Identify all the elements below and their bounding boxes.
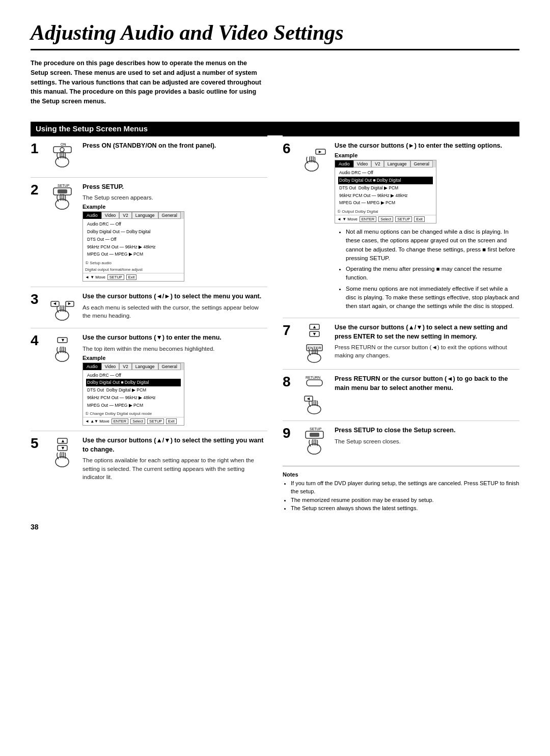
step-4: 4 ▼ Use the cursor buttons (▼) to enter … — [31, 328, 267, 431]
screen-mock-6: Audio Video V2 Language General Audio DR… — [335, 160, 436, 223]
step-6-bullets: Not all menu options can be changed whil… — [335, 228, 519, 311]
step-2-body: The Setup screen appears. — [82, 193, 267, 202]
svg-text:▼: ▼ — [61, 445, 65, 451]
step-2-content: Press SETUP. The Setup screen appears. E… — [82, 183, 267, 282]
svg-text:▲: ▲ — [312, 324, 317, 329]
step-7-content: Use the cursor buttons (▲/▼) to select a… — [335, 323, 519, 359]
step-2: 2 SETUP Press SETUP. The Setup screen ap… — [31, 178, 267, 287]
svg-text:SETUP: SETUP — [58, 184, 70, 187]
tab-general: General — [158, 212, 181, 219]
step-5-number: 5 — [31, 436, 42, 451]
notes-section: Notes If you turn off the DVD player dur… — [283, 466, 519, 513]
step-1-title: Press ON (STANDBY/ON on the front panel)… — [82, 142, 267, 151]
svg-text:▼: ▼ — [61, 338, 65, 343]
step-1-number: 1 — [31, 142, 42, 156]
step-1: 1 ON Press ON (STANDBY — [31, 136, 267, 178]
step-6-content: Use the cursor buttons (►) to enter the … — [335, 142, 519, 313]
step-9: 9 SETUP Press SETUP to close the Setup s… — [283, 421, 519, 462]
note-2: The memorized resume position may be era… — [291, 496, 519, 505]
step-4-example-label: Example — [82, 355, 267, 361]
svg-point-2 — [60, 148, 64, 152]
step-2-example-label: Example — [82, 204, 267, 210]
svg-point-30 — [308, 353, 321, 362]
svg-rect-38 — [310, 433, 319, 437]
step-5-content: Use the cursor buttons (▲/▼) to select t… — [82, 436, 267, 481]
step-1-content: Press ON (STANDBY/ON on the front panel)… — [82, 142, 267, 153]
step-3-body: As each menu is selected with the cursor… — [82, 303, 267, 320]
tab-v2: V2 — [119, 212, 131, 219]
step-9-content: Press SETUP to close the Setup screen. T… — [335, 426, 519, 445]
note-3: The Setup screen always shows the latest… — [291, 504, 519, 513]
step-2-icon: SETUP — [47, 183, 77, 216]
step-7-number: 7 — [283, 323, 294, 338]
step-6-icon: ► — [299, 142, 329, 175]
step-3-number: 3 — [31, 292, 42, 306]
step-6-example-label: Example — [335, 152, 519, 158]
tab-audio: Audio — [83, 212, 101, 219]
step-8-number: 8 — [283, 375, 294, 389]
tab-video: Video — [101, 212, 120, 219]
step-6-title: Use the cursor buttons (►) to enter the … — [335, 142, 519, 151]
svg-text:◄: ◄ — [306, 396, 311, 401]
svg-text:RETURN: RETURN — [306, 376, 320, 379]
step-2-number: 2 — [31, 183, 42, 197]
step-3-icon: ◄ ► — [47, 292, 77, 323]
step-8-icon: RETURN ◄ — [299, 375, 329, 415]
screen-mock-4: Audio Video V2 Language General Audio DR… — [82, 362, 184, 426]
svg-text:►: ► — [67, 301, 72, 306]
svg-text:ON: ON — [61, 143, 66, 146]
step-5: 5 ▲ ▼ Use the cursor buttons (▲/▼) to se… — [31, 431, 267, 486]
svg-text:◄: ◄ — [52, 301, 57, 306]
page-title: Adjusting Audio and Video Settings — [31, 20, 519, 50]
step-5-icon: ▲ ▼ — [47, 436, 77, 469]
step-4-title: Use the cursor buttons (▼) to enter the … — [82, 333, 267, 343]
tab-language: Language — [132, 212, 158, 219]
svg-text:▼: ▼ — [312, 331, 317, 337]
step-3-content: Use the cursor buttons (◄/►) to select t… — [82, 292, 267, 320]
step-7-title: Use the cursor buttons (▲/▼) to select a… — [335, 323, 519, 341]
step-7: 7 ▲ ▼ ENTER — [283, 318, 519, 370]
section-header: Using the Setup Screen Menus — [31, 122, 519, 135]
step-1-icon: ON — [47, 142, 77, 172]
notes-title: Notes — [283, 470, 519, 479]
two-column-layout: 1 ON Press ON (STANDBY — [31, 135, 519, 513]
right-column: 6 ► Use the cursor buttons (►) to enter … — [283, 135, 519, 513]
step-3-title: Use the cursor buttons (◄/►) to select t… — [82, 292, 267, 301]
step-4-number: 4 — [31, 333, 42, 348]
svg-text:►: ► — [318, 149, 322, 154]
step-9-body: The Setup screen closes. — [335, 437, 519, 445]
step-4-icon: ▼ — [47, 333, 77, 367]
notes-list: If you turn off the DVD player during se… — [283, 479, 519, 513]
svg-rect-32 — [307, 380, 322, 386]
step-6-number: 6 — [283, 142, 294, 156]
step-4-content: Use the cursor buttons (▼) to enter the … — [82, 333, 267, 426]
step-9-icon: SETUP — [299, 426, 329, 457]
step-2-title: Press SETUP. — [82, 183, 267, 192]
svg-text:SETUP: SETUP — [310, 427, 322, 431]
step-6: 6 ► Use the cursor buttons (►) to enter … — [283, 136, 519, 319]
left-column: 1 ON Press ON (STANDBY — [31, 135, 267, 513]
svg-point-35 — [308, 405, 321, 414]
bullet-3: Some menu options are not immediately ef… — [346, 285, 519, 311]
step-7-icon: ▲ ▼ ENTER — [299, 323, 329, 364]
step-9-title: Press SETUP to close the Setup screen. — [335, 426, 519, 435]
intro-text: The procedure on this page describes how… — [31, 59, 265, 106]
step-7-body: Press RETURN or the cursor button (◄) to… — [335, 343, 519, 359]
step-5-title: Use the cursor buttons (▲/▼) to select t… — [82, 436, 267, 454]
note-1: If you turn off the DVD player during se… — [291, 479, 519, 496]
svg-text:▲: ▲ — [61, 438, 65, 443]
step-8: 8 RETURN ◄ — [283, 370, 519, 421]
step-5-body: The options available for each setting a… — [82, 456, 267, 481]
bullet-1: Not all menu options can be changed whil… — [346, 228, 519, 263]
step-8-title: Press RETURN or the cursor button (◄) to… — [335, 375, 519, 393]
step-8-content: Press RETURN or the cursor button (◄) to… — [335, 375, 519, 395]
svg-rect-6 — [58, 189, 67, 193]
screen-mock-2: Audio Video V2 Language General Audio DR… — [82, 211, 184, 282]
page-number: 38 — [31, 523, 519, 531]
step-3: 3 ◄ ► Use the cursor buttons (◄/►) — [31, 287, 267, 328]
step-9-number: 9 — [283, 426, 294, 440]
step-4-body: The top item within the menu becomes hig… — [82, 345, 267, 353]
bullet-2: Operating the menu after pressing ■ may … — [346, 265, 519, 283]
